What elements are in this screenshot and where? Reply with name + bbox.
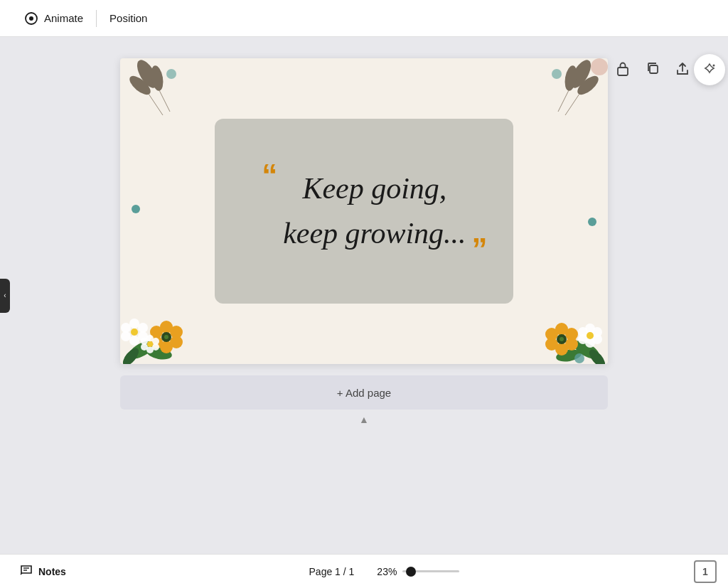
svg-point-25 (121, 331, 131, 341)
svg-point-4 (713, 65, 715, 67)
quote-line1: Keep going, (283, 169, 466, 208)
lock-button[interactable] (611, 57, 634, 80)
slide-canvas[interactable]: “ Keep going, keep growing... ” (120, 58, 608, 364)
position-button[interactable]: Position (100, 8, 157, 28)
svg-line-8 (149, 94, 163, 115)
svg-point-35 (164, 335, 168, 339)
float-icons-bar (611, 57, 694, 80)
close-quote-mark: ” (472, 229, 488, 269)
teal-dot-right (588, 218, 596, 226)
animate-button[interactable]: Animate (14, 7, 93, 30)
svg-point-41 (141, 338, 148, 345)
top-toolbar: Animate Position (0, 0, 728, 37)
notes-label: Notes (38, 566, 66, 577)
toolbar-divider (96, 10, 97, 27)
bottom-center-area: Page 1 / 1 23% (75, 566, 694, 577)
scroll-indicator: ▲ (120, 414, 608, 425)
svg-rect-3 (650, 65, 658, 73)
add-page-label: + Add page (337, 387, 391, 399)
canvas-area: “ Keep going, keep growing... ” (0, 37, 728, 554)
animate-label: Animate (44, 12, 83, 24)
svg-point-10 (166, 69, 176, 79)
zoom-area: 23% (377, 566, 459, 577)
svg-point-53 (560, 337, 564, 341)
duplicate-button[interactable] (641, 57, 664, 80)
animate-icon (24, 11, 38, 26)
svg-point-22 (138, 323, 148, 333)
ai-button[interactable] (694, 54, 725, 85)
svg-line-14 (565, 94, 579, 115)
svg-point-21 (129, 319, 139, 328)
main-area: ‹ (0, 37, 728, 554)
svg-point-51 (545, 328, 558, 341)
svg-point-60 (587, 332, 594, 339)
flowers-bottom-left (120, 286, 220, 364)
svg-point-27 (131, 328, 138, 336)
bottom-right-area: 1 (694, 560, 717, 583)
share-button[interactable] (671, 57, 694, 80)
svg-point-42 (147, 341, 153, 347)
add-page-button[interactable]: + Add page (120, 375, 608, 410)
teal-dot-left (132, 205, 140, 213)
quote-line2: keep growing... (283, 214, 466, 253)
svg-rect-2 (618, 68, 628, 75)
svg-point-59 (578, 327, 588, 337)
grid-view-button[interactable]: 1 (694, 560, 717, 583)
quote-text-container: “ Keep going, keep growing... ” (269, 162, 480, 260)
grid-label: 1 (702, 566, 708, 577)
svg-line-9 (159, 90, 170, 112)
flowers-bottom-right (523, 293, 608, 364)
svg-line-15 (558, 90, 569, 112)
zoom-slider[interactable] (402, 570, 459, 572)
quote-text: Keep going, keep growing... (283, 169, 466, 252)
chevron-left-icon: ‹ (4, 292, 6, 299)
svg-point-17 (591, 58, 608, 75)
svg-point-26 (121, 323, 131, 333)
svg-point-24 (129, 336, 139, 346)
position-label: Position (109, 12, 147, 24)
notes-button[interactable]: Notes (11, 560, 75, 582)
bottom-bar: Notes Page 1 / 1 23% 1 (0, 554, 728, 588)
svg-point-61 (574, 353, 584, 363)
open-quote-mark: “ (262, 155, 277, 196)
zoom-level: 23% (377, 566, 397, 577)
svg-point-1 (29, 16, 33, 21)
page-indicator: Page 1 / 1 (309, 566, 355, 577)
notes-icon (20, 565, 33, 578)
chevron-up-icon: ▲ (359, 414, 369, 425)
left-panel-toggle[interactable]: ‹ (0, 279, 10, 313)
svg-point-16 (552, 69, 562, 79)
